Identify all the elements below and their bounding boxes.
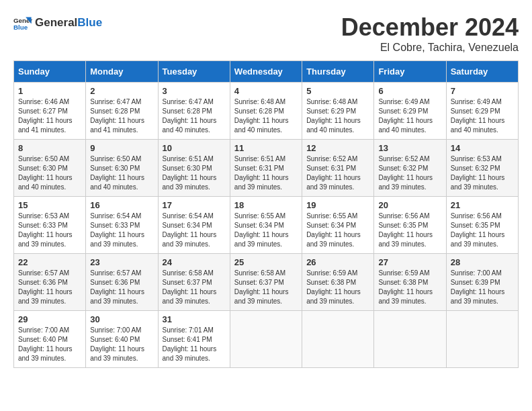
day-number: 15 [18,200,81,210]
day-number: 1 [18,86,81,96]
sunset: Sunset: 6:41 PM [163,336,212,343]
day-info: Sunrise: 6:47 AM Sunset: 6:28 PM Dayligh… [90,97,153,135]
day-number: 24 [163,257,226,267]
daylight: Daylight: 11 hours and 40 minutes. [163,117,217,134]
sunset: Sunset: 6:37 PM [234,279,284,286]
header-monday: Monday [86,61,158,83]
table-row [374,311,446,368]
sunset: Sunset: 6:31 PM [306,165,356,172]
sunrise: Sunrise: 6:55 AM [234,212,285,220]
day-number: 5 [306,86,369,96]
table-row: 5 Sunrise: 6:48 AM Sunset: 6:29 PM Dayli… [302,83,374,140]
day-info: Sunrise: 6:46 AM Sunset: 6:27 PM Dayligh… [18,97,81,135]
day-info: Sunrise: 6:49 AM Sunset: 6:29 PM Dayligh… [451,97,514,135]
table-row: 29 Sunrise: 7:00 AM Sunset: 6:40 PM Dayl… [14,311,86,368]
calendar-table: Sunday Monday Tuesday Wednesday Thursday… [13,60,519,368]
sunrise: Sunrise: 6:57 AM [90,269,141,277]
day-info: Sunrise: 6:59 AM Sunset: 6:38 PM Dayligh… [378,269,441,306]
sunset: Sunset: 6:37 PM [163,279,212,286]
day-info: Sunrise: 6:47 AM Sunset: 6:28 PM Dayligh… [163,97,226,135]
daylight: Daylight: 11 hours and 40 minutes. [90,174,144,191]
sunrise: Sunrise: 7:01 AM [163,326,214,334]
day-number: 26 [306,257,369,267]
sunset: Sunset: 6:30 PM [163,165,212,172]
table-row: 22 Sunrise: 6:57 AM Sunset: 6:36 PM Dayl… [14,254,86,311]
day-number: 25 [234,257,298,267]
daylight: Daylight: 11 hours and 39 minutes. [306,174,361,191]
sunrise: Sunrise: 6:51 AM [234,155,285,163]
sunrise: Sunrise: 6:54 AM [90,212,141,220]
day-number: 28 [451,257,514,267]
day-number: 20 [378,200,441,210]
header-tuesday: Tuesday [158,61,230,83]
day-number: 17 [163,200,226,210]
sunrise: Sunrise: 6:53 AM [451,155,502,163]
daylight: Daylight: 11 hours and 41 minutes. [18,117,73,134]
daylight: Daylight: 11 hours and 39 minutes. [306,288,361,305]
table-row: 13 Sunrise: 6:52 AM Sunset: 6:32 PM Dayl… [374,140,446,197]
sunset: Sunset: 6:38 PM [378,279,428,286]
daylight: Daylight: 11 hours and 39 minutes. [18,345,73,362]
day-info: Sunrise: 6:57 AM Sunset: 6:36 PM Dayligh… [90,269,153,306]
sunrise: Sunrise: 6:56 AM [378,212,429,220]
sunrise: Sunrise: 6:59 AM [306,269,357,277]
calendar-week-row: 8 Sunrise: 6:50 AM Sunset: 6:30 PM Dayli… [14,140,519,197]
logo-blue-text: Blue [77,16,102,29]
day-number: 7 [451,86,514,96]
day-info: Sunrise: 6:51 AM Sunset: 6:31 PM Dayligh… [234,154,298,192]
sunrise: Sunrise: 6:52 AM [378,155,429,163]
day-number: 27 [378,257,441,267]
day-number: 16 [90,200,153,210]
table-row: 9 Sunrise: 6:50 AM Sunset: 6:30 PM Dayli… [86,140,158,197]
table-row [230,311,302,368]
day-number: 3 [163,86,226,96]
daylight: Daylight: 11 hours and 39 minutes. [234,174,289,191]
daylight: Daylight: 11 hours and 39 minutes. [378,231,433,248]
table-row [446,311,518,368]
daylight: Daylight: 11 hours and 39 minutes. [451,231,505,248]
sunrise: Sunrise: 7:00 AM [451,269,502,277]
day-info: Sunrise: 6:49 AM Sunset: 6:29 PM Dayligh… [378,97,441,135]
sunrise: Sunrise: 6:57 AM [18,269,69,277]
daylight: Daylight: 11 hours and 40 minutes. [451,117,505,134]
table-row: 25 Sunrise: 6:58 AM Sunset: 6:37 PM Dayl… [230,254,302,311]
day-info: Sunrise: 6:57 AM Sunset: 6:36 PM Dayligh… [18,269,81,306]
sunset: Sunset: 6:38 PM [306,279,356,286]
sunset: Sunset: 6:40 PM [18,336,68,343]
daylight: Daylight: 11 hours and 39 minutes. [451,174,505,191]
table-row: 8 Sunrise: 6:50 AM Sunset: 6:30 PM Dayli… [14,140,86,197]
day-number: 14 [451,143,514,153]
calendar-week-row: 1 Sunrise: 6:46 AM Sunset: 6:27 PM Dayli… [14,83,519,140]
sunset: Sunset: 6:30 PM [90,165,140,172]
day-info: Sunrise: 6:48 AM Sunset: 6:28 PM Dayligh… [234,97,298,135]
sunset: Sunset: 6:36 PM [18,279,68,286]
daylight: Daylight: 11 hours and 39 minutes. [90,231,144,248]
table-row: 4 Sunrise: 6:48 AM Sunset: 6:28 PM Dayli… [230,83,302,140]
sunset: Sunset: 6:28 PM [163,107,212,115]
header-saturday: Saturday [446,61,518,83]
sunrise: Sunrise: 6:49 AM [378,98,429,105]
sunrise: Sunrise: 6:47 AM [90,98,141,105]
day-number: 8 [18,143,81,153]
header-friday: Friday [374,61,446,83]
table-row: 23 Sunrise: 6:57 AM Sunset: 6:36 PM Dayl… [86,254,158,311]
day-info: Sunrise: 6:52 AM Sunset: 6:32 PM Dayligh… [378,154,441,192]
sunset: Sunset: 6:30 PM [18,165,68,172]
daylight: Daylight: 11 hours and 39 minutes. [18,288,73,305]
day-number: 30 [90,314,153,324]
table-row: 11 Sunrise: 6:51 AM Sunset: 6:31 PM Dayl… [230,140,302,197]
table-row: 21 Sunrise: 6:56 AM Sunset: 6:35 PM Dayl… [446,197,518,254]
table-row: 18 Sunrise: 6:55 AM Sunset: 6:34 PM Dayl… [230,197,302,254]
day-number: 9 [90,143,153,153]
day-info: Sunrise: 6:51 AM Sunset: 6:30 PM Dayligh… [163,154,226,192]
sunset: Sunset: 6:29 PM [306,107,356,115]
table-row: 6 Sunrise: 6:49 AM Sunset: 6:29 PM Dayli… [374,83,446,140]
table-row: 15 Sunrise: 6:53 AM Sunset: 6:33 PM Dayl… [14,197,86,254]
sunset: Sunset: 6:28 PM [234,107,284,115]
daylight: Daylight: 11 hours and 40 minutes. [234,117,289,134]
sunset: Sunset: 6:29 PM [378,107,428,115]
table-row: 1 Sunrise: 6:46 AM Sunset: 6:27 PM Dayli… [14,83,86,140]
day-number: 2 [90,86,153,96]
day-info: Sunrise: 6:56 AM Sunset: 6:35 PM Dayligh… [378,212,441,249]
daylight: Daylight: 11 hours and 39 minutes. [163,345,217,362]
